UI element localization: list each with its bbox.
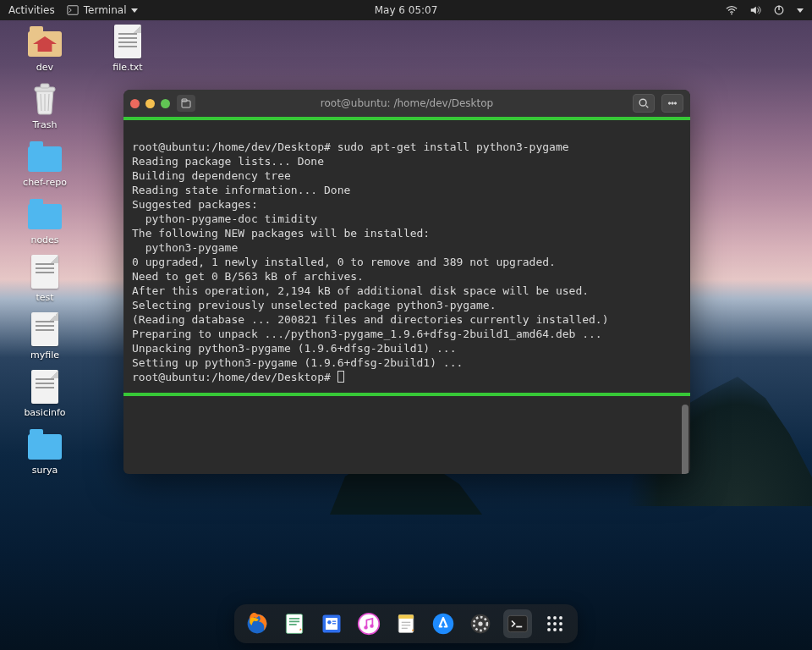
terminal-command: sudo apt-get install python3-pygame (337, 140, 569, 153)
desktop-icon-surya[interactable]: surya (12, 427, 78, 476)
file-icon (114, 25, 141, 58)
terminal-body[interactable]: root@ubuntu:/home/dev/Desktop# sudo apt-… (123, 117, 690, 474)
terminal-line: Reading package lists... Done (132, 155, 324, 168)
svg-rect-34 (508, 615, 528, 631)
svg-point-13 (668, 102, 670, 104)
desktop-icon-basicinfo[interactable]: basicinfo (12, 369, 78, 418)
terminal-line: Suggested packages: (132, 198, 258, 211)
desktop-icon-label: chef-repo (23, 177, 67, 188)
terminal-line: Setting up python3-pygame (1.9.6+dfsg-2b… (132, 356, 463, 369)
svg-rect-5 (41, 84, 49, 88)
trash-icon (25, 81, 64, 117)
terminal-scrollbar[interactable] (682, 151, 689, 465)
svg-point-40 (553, 622, 557, 625)
power-icon[interactable] (773, 4, 785, 16)
svg-point-27 (370, 624, 373, 627)
dock-settings[interactable] (466, 609, 495, 638)
search-icon (638, 97, 650, 109)
svg-rect-0 (68, 6, 78, 15)
svg-point-37 (553, 616, 557, 620)
terminal-small-icon (67, 4, 79, 16)
minimize-button[interactable] (145, 99, 155, 108)
desktop-icon-label: file.txt (112, 62, 142, 73)
svg-rect-29 (398, 615, 414, 619)
new-tab-button[interactable] (177, 95, 195, 112)
terminal-line: python3-pygame (132, 241, 238, 254)
dock-app-grid[interactable] (540, 609, 569, 638)
app-menu[interactable]: Terminal (67, 4, 139, 16)
file-icon (31, 312, 58, 346)
dock-music[interactable] (354, 609, 383, 638)
kebab-icon (667, 97, 678, 109)
svg-line-12 (646, 106, 649, 108)
terminal-line: Building dependency tree (132, 169, 291, 182)
activities-button[interactable]: Activities (8, 4, 55, 16)
text-editor-icon (283, 612, 306, 636)
svg-point-42 (547, 628, 551, 631)
desktop-icon-test[interactable]: test (12, 254, 78, 303)
svg-point-26 (364, 625, 367, 629)
terminal-line: Need to get 0 B/563 kB of archives. (132, 270, 364, 283)
maximize-button[interactable] (161, 99, 170, 108)
desktop-icon-label: basicinfo (24, 407, 65, 418)
dock-notes[interactable] (392, 609, 420, 638)
dock-terminal[interactable] (503, 609, 532, 638)
terminal-line: python-pygame-doc timidity (132, 212, 317, 225)
menu-button[interactable] (661, 94, 683, 113)
desktop-icon-label: myfile (30, 350, 59, 361)
svg-point-21 (327, 620, 331, 624)
chevron-down-icon (131, 8, 138, 13)
svg-point-30 (433, 614, 454, 635)
dock-app-store[interactable] (429, 609, 458, 638)
svg-point-39 (547, 622, 551, 625)
dock-text-editor[interactable] (280, 609, 309, 638)
folder-icon (28, 146, 62, 172)
terminal-title: root@ubuntu: /home/dev/Desktop (321, 97, 493, 109)
svg-point-15 (674, 102, 676, 104)
desktop-icon-label: nodes (30, 234, 58, 245)
window-controls (130, 99, 170, 108)
files-icon (320, 612, 343, 636)
folder-icon (28, 434, 62, 460)
desktop-icon-label: surya (32, 465, 58, 476)
terminal-line: Preparing to unpack .../python3-pygame_1… (132, 328, 602, 340)
file-icon (31, 370, 58, 404)
svg-point-1 (731, 14, 732, 15)
system-menu-chevron-icon[interactable] (797, 8, 804, 13)
notes-icon (394, 612, 418, 636)
desktop-icon-chefrepo[interactable]: chef-repo (12, 139, 78, 188)
firefox-icon (245, 612, 269, 636)
terminal-titlebar[interactable]: root@ubuntu: /home/dev/Desktop (123, 90, 690, 117)
svg-point-36 (547, 616, 551, 620)
app-menu-label: Terminal (84, 4, 127, 16)
clock[interactable]: May 6 05:07 (375, 4, 438, 16)
svg-point-41 (559, 622, 562, 625)
terminal-line: Selecting previously unselected package … (132, 299, 496, 311)
svg-point-38 (559, 616, 562, 620)
desktop-icon-myfile[interactable]: myfile (12, 311, 78, 361)
wifi-icon[interactable] (726, 4, 738, 16)
app-store-icon (431, 612, 455, 636)
dock-files[interactable] (317, 609, 346, 638)
search-button[interactable] (633, 94, 655, 113)
close-button[interactable] (130, 99, 140, 108)
volume-icon[interactable] (749, 4, 761, 16)
terminal-line: Reading state information... Done (132, 184, 350, 196)
desktop-icon-trash[interactable]: Trash (12, 81, 78, 130)
desktop-icon-filetxt[interactable]: file.txt (95, 24, 161, 73)
scrollbar-thumb[interactable] (682, 405, 689, 474)
dock (234, 604, 578, 643)
top-bar: Activities Terminal May 6 05:07 (0, 0, 812, 20)
home-folder-icon (28, 31, 62, 57)
desktop-icon-dev[interactable]: dev (12, 24, 78, 73)
dock-firefox[interactable] (243, 609, 272, 638)
app-grid-icon (543, 612, 567, 636)
desktop-icon-label: Trash (32, 119, 57, 130)
terminal-window[interactable]: root@ubuntu: /home/dev/Desktop root@ubun… (123, 90, 690, 474)
terminal-line: (Reading database ... 200821 files and d… (132, 313, 609, 326)
desktop-icon-nodes[interactable]: nodes (12, 196, 78, 245)
svg-rect-23 (332, 623, 336, 624)
terminal-line: Unpacking python3-pygame (1.9.6+dfsg-2bu… (132, 342, 457, 355)
settings-icon (469, 612, 492, 636)
new-tab-icon (181, 98, 191, 108)
